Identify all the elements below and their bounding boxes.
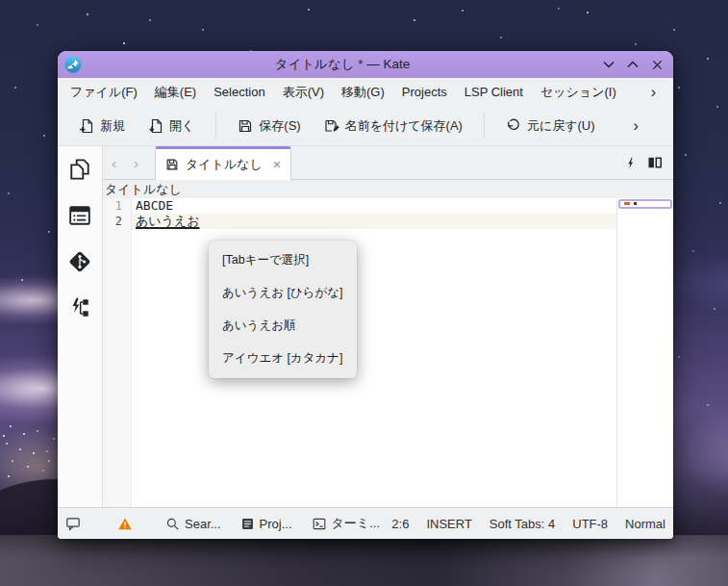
open-document-icon <box>148 118 163 134</box>
editor-text-area[interactable]: ABCDE あいうえお <box>132 198 616 507</box>
terminal-panel-label: ターミ... <box>332 515 380 532</box>
close-button[interactable] <box>650 58 664 71</box>
chevron-up-icon <box>627 61 639 68</box>
save-as-button[interactable]: 名前を付けて保存(A) <box>314 111 472 141</box>
projects-panel-label: Proj... <box>260 517 292 531</box>
output-panel-button[interactable] <box>65 516 81 531</box>
open-document-button[interactable]: 開く <box>138 111 204 141</box>
menu-overflow-button[interactable]: › <box>647 84 660 101</box>
foreground-band <box>0 535 728 586</box>
undo-label: 元に戻す(U) <box>527 117 595 135</box>
sidebar-documents-button[interactable] <box>66 156 93 183</box>
ime-candidate-order[interactable]: あいうえお順 <box>222 318 343 333</box>
document-name: タイトルなし <box>105 181 182 198</box>
toolbar-separator <box>215 114 216 139</box>
new-document-icon <box>79 118 94 134</box>
new-document-button[interactable]: 新規 <box>69 111 135 141</box>
input-mode[interactable]: INSERT <box>426 517 471 531</box>
save-button[interactable]: 保存(S) <box>228 111 310 141</box>
menu-view[interactable]: 表示(V) <box>274 78 333 107</box>
menu-file[interactable]: ファイル(F) <box>62 78 146 107</box>
quick-actions-button[interactable] <box>617 146 642 179</box>
terminal-panel-button[interactable]: ターミ... <box>312 515 380 532</box>
tab-back-button[interactable]: ‹ <box>103 146 125 179</box>
diagnostics-button[interactable] <box>117 517 133 531</box>
scrollbar-slider[interactable] <box>618 199 672 209</box>
git-icon <box>67 249 92 274</box>
ime-candidate-katakana[interactable]: アイウエオ [カタカナ] <box>222 351 343 366</box>
maximize-button[interactable] <box>626 58 640 71</box>
code-line: ABCDE <box>136 198 616 214</box>
search-icon <box>165 517 180 531</box>
search-panel-button[interactable]: Sear... <box>165 517 221 531</box>
save-as-label: 名前を付けて保存(A) <box>345 117 463 135</box>
left-sidebar <box>58 146 103 507</box>
speech-bubble-icon <box>65 516 81 531</box>
encoding[interactable]: UTF-8 <box>572 517 608 531</box>
tab-forward-button[interactable]: › <box>125 146 147 179</box>
menubar: ファイル(F) 編集(E) Selection 表示(V) 移動(G) Proj… <box>58 78 673 107</box>
save-icon <box>238 118 253 134</box>
kate-app-icon <box>63 55 83 74</box>
text-mark <box>634 202 637 205</box>
window-title: タイトルなし * — Kate <box>83 56 602 73</box>
kate-window: タイトルなし * — Kate ファイル(F) 編集(E) Selection … <box>58 51 673 539</box>
line-number: 1 <box>103 198 122 214</box>
tab-label: タイトルなし <box>186 156 263 173</box>
document-name-bar: タイトルなし <box>103 180 673 198</box>
menu-sessions[interactable]: セッション(I) <box>532 78 625 107</box>
chevron-down-icon <box>603 61 615 68</box>
sidebar-git-button[interactable] <box>66 248 93 275</box>
tabbar: ‹ › タイトルなし × <box>103 146 673 180</box>
toolbar-overflow-button[interactable]: › <box>634 117 639 135</box>
project-panel-icon <box>240 517 255 531</box>
menu-go[interactable]: 移動(G) <box>333 78 393 107</box>
search-panel-label: Sear... <box>185 517 221 531</box>
tab-untitled[interactable]: タイトルなし × <box>155 146 291 180</box>
line-number-gutter: 1 2 <box>103 198 132 507</box>
menu-selection[interactable]: Selection <box>205 78 273 107</box>
terminal-icon <box>312 517 327 531</box>
ime-preedit-text: あいうえお <box>136 214 200 228</box>
menu-lsp-client[interactable]: LSP Client <box>456 78 532 107</box>
menu-edit[interactable]: 編集(E) <box>146 78 205 107</box>
sidebar-lsp-symbols-button[interactable] <box>66 294 93 321</box>
lsp-symbols-icon <box>68 296 91 319</box>
new-label: 新規 <box>100 117 125 135</box>
editor-scrollbar-minimap[interactable] <box>616 198 673 507</box>
documents-icon <box>68 158 91 181</box>
code-line-current: あいうえお <box>132 214 616 229</box>
desktop-wallpaper: タイトルなし * — Kate ファイル(F) 編集(E) Selection … <box>0 0 728 586</box>
tab-settings[interactable]: Soft Tabs: 4 <box>490 517 555 531</box>
modified-document-icon <box>165 158 179 171</box>
undo-icon <box>506 118 521 134</box>
save-as-icon <box>324 118 339 134</box>
open-label: 開く <box>169 117 194 135</box>
minimize-button[interactable] <box>602 58 615 71</box>
tab-close-button[interactable]: × <box>273 158 281 171</box>
editor: 1 2 ABCDE あいうえお <box>103 198 673 507</box>
tabbar-spacer <box>291 146 617 179</box>
projects-panel-button[interactable]: Proj... <box>240 517 292 531</box>
sidebar-project-list-button[interactable] <box>66 202 93 229</box>
ime-candidate-hiragana[interactable]: あいうえお [ひらがな] <box>222 286 343 300</box>
statusbar: Sear... Proj... ターミ... 2:6 INSERT Soft T… <box>58 507 673 539</box>
undo-button[interactable]: 元に戻す(U) <box>496 111 605 141</box>
save-label: 保存(S) <box>259 117 300 135</box>
split-view-button[interactable] <box>642 146 667 179</box>
split-view-icon <box>647 155 663 170</box>
close-icon <box>652 60 663 70</box>
ime-candidate-popup: [Tabキーで選択] あいうえお [ひらがな] あいうえお順 アイウエオ [カタ… <box>209 241 357 378</box>
toolbar: 新規 開く 保存(S) 名前を付けて保存(A) 元に戻す(U) › <box>58 107 673 146</box>
cursor-position[interactable]: 2:6 <box>391 517 409 531</box>
project-list-icon <box>68 204 91 227</box>
line-number-current: 2 <box>103 214 122 229</box>
titlebar[interactable]: タイトルなし * — Kate <box>58 51 673 78</box>
syntax-highlighting[interactable]: Normal <box>625 517 665 531</box>
city-lights <box>0 0 2 2</box>
menu-projects[interactable]: Projects <box>393 78 456 107</box>
modified-line-mark <box>624 202 630 205</box>
lightning-icon <box>624 156 637 170</box>
warning-icon <box>117 517 133 531</box>
toolbar-separator <box>484 114 485 139</box>
